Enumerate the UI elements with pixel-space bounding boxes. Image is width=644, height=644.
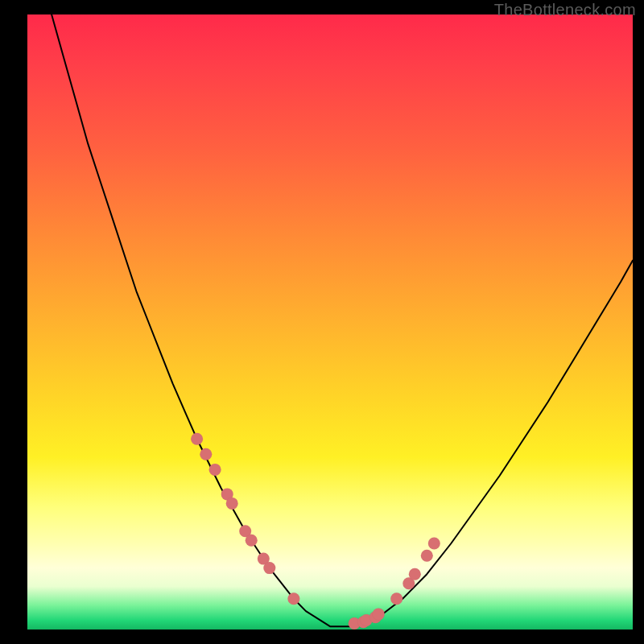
bottleneck-curve	[52, 14, 633, 626]
data-marker	[287, 592, 299, 605]
data-marker	[421, 550, 433, 562]
plot-area	[27, 14, 633, 630]
data-marker	[191, 433, 203, 445]
data-marker	[246, 535, 258, 547]
chart-frame: TheBottleneck.com	[0, 0, 644, 644]
curve-layer	[27, 14, 633, 630]
data-marker	[373, 608, 385, 620]
data-marker	[263, 562, 275, 574]
data-marker	[209, 464, 221, 476]
data-marker	[226, 497, 238, 510]
data-marker	[409, 568, 421, 580]
data-marker	[200, 448, 212, 460]
watermark-text: TheBottleneck.com	[494, 1, 636, 19]
data-marker	[390, 592, 402, 605]
data-marker	[428, 538, 440, 550]
